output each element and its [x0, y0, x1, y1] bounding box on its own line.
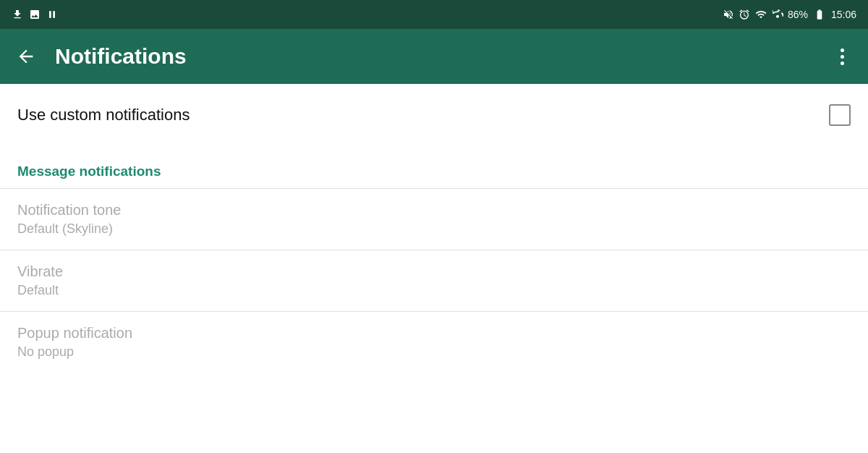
vibrate-title: Vibrate	[17, 263, 851, 280]
alarm-icon	[739, 9, 750, 20]
mute-icon	[723, 9, 734, 20]
status-bar-right: 86% 15:06	[723, 9, 856, 20]
pause-icon	[46, 9, 58, 20]
time-display: 15:06	[831, 9, 856, 20]
image-icon	[29, 9, 41, 20]
back-button[interactable]	[12, 42, 41, 71]
download-icon	[12, 9, 23, 20]
popup-notification-item[interactable]: Popup notification No popup	[0, 311, 868, 373]
page-title: Notifications	[55, 44, 827, 69]
content-area: Use custom notifications Message notific…	[0, 84, 868, 373]
vibrate-subtitle: Default	[17, 283, 851, 298]
battery-icon	[812, 9, 827, 20]
battery-label: 86%	[788, 9, 808, 20]
status-bar-left	[12, 9, 58, 20]
notification-tone-title: Notification tone	[17, 202, 851, 219]
more-dot-3	[841, 62, 844, 65]
signal-icon	[772, 9, 783, 20]
wifi-icon	[754, 9, 767, 20]
vibrate-item[interactable]: Vibrate Default	[0, 250, 868, 311]
more-options-button[interactable]	[827, 42, 856, 71]
more-dot-2	[841, 55, 844, 59]
notification-tone-item[interactable]: Notification tone Default (Skyline)	[0, 188, 868, 250]
popup-notification-title: Popup notification	[17, 325, 851, 342]
custom-notifications-row[interactable]: Use custom notifications	[0, 84, 868, 146]
status-bar: 86% 15:06	[0, 0, 868, 29]
custom-notifications-label: Use custom notifications	[17, 106, 190, 124]
notification-tone-subtitle: Default (Skyline)	[17, 221, 851, 237]
custom-notifications-checkbox[interactable]	[829, 104, 851, 126]
popup-notification-subtitle: No popup	[17, 344, 851, 360]
app-bar: Notifications	[0, 29, 868, 84]
section-header-text: Message notifications	[17, 164, 161, 179]
message-notifications-section: Message notifications	[0, 146, 868, 188]
more-dot-1	[841, 48, 844, 52]
